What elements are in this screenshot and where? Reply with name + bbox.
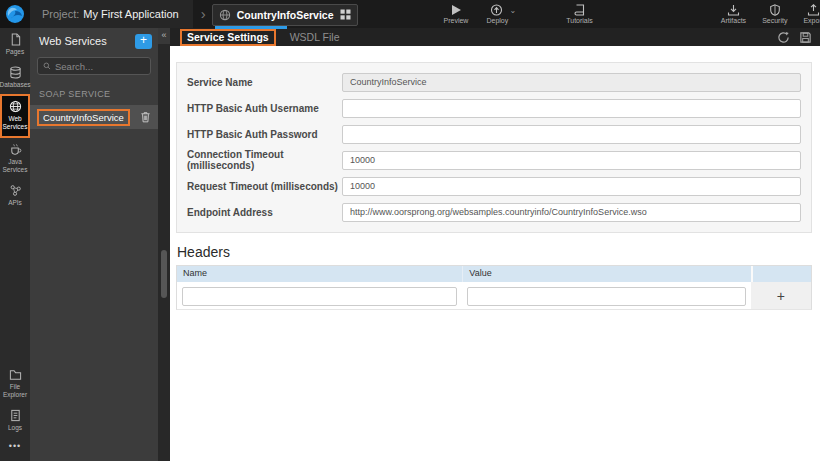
sidebar-item-databases[interactable]: Databases — [0, 61, 30, 94]
tab-service-settings[interactable]: Service Settings — [180, 29, 276, 46]
sidebar-item-logs[interactable]: Logs — [0, 404, 30, 437]
artifacts-button[interactable]: Artifacts — [721, 0, 746, 24]
export-label: Export — [803, 17, 820, 24]
sidebar-label-file-explorer: File Explorer — [0, 383, 30, 399]
service-tab-label: CountryInfoService — [237, 9, 334, 21]
search-icon — [43, 61, 51, 71]
content-tabbar: Service Settings WSDL File — [170, 28, 820, 46]
header-name-input[interactable] — [182, 287, 457, 306]
collapse-panel-button[interactable]: « — [158, 28, 170, 44]
security-button[interactable]: Security — [762, 0, 787, 24]
endpoint-address-label: Endpoint Address — [187, 207, 342, 218]
tab-wsdl-file[interactable]: WSDL File — [290, 31, 340, 43]
auth-password-label: HTTP Basic Auth Password — [187, 129, 342, 140]
sidebar-item-file-explorer[interactable]: File Explorer — [0, 363, 30, 404]
play-icon — [450, 4, 462, 16]
add-header-button[interactable]: + — [777, 289, 785, 303]
form-row-service-name: Service Name — [187, 72, 801, 92]
service-list-item[interactable]: CountryInfoService — [30, 105, 158, 129]
refresh-icon[interactable] — [777, 31, 790, 44]
endpoint-address-input[interactable] — [342, 203, 801, 222]
header-column-name: Name — [177, 266, 462, 282]
globe-icon — [219, 9, 231, 21]
panel-header: Web Services + — [30, 28, 158, 54]
service-item-label[interactable]: CountryInfoService — [37, 109, 130, 126]
sidebar-label-databases: Databases — [0, 81, 31, 89]
left-sidebar: Pages Databases Web Services Java Servic… — [0, 28, 30, 461]
panel-scrollbar[interactable] — [161, 250, 167, 298]
sidebar-more-button[interactable]: ••• — [0, 437, 30, 455]
project-breadcrumb[interactable]: Project: My First Application — [30, 0, 193, 28]
download-icon — [727, 4, 740, 16]
form-row-auth-username: HTTP Basic Auth Username — [187, 98, 801, 118]
top-bar: Project: My First Application › CountryI… — [0, 0, 820, 28]
export-button[interactable]: ⌄ Export — [803, 0, 820, 24]
breadcrumb-chevron-icon: › — [201, 5, 206, 22]
sidebar-item-web-services[interactable]: Web Services — [0, 94, 30, 137]
deploy-caret-icon: ⌄ — [510, 6, 517, 15]
sidebar-label-java-services: Java Services — [0, 158, 30, 174]
auth-username-input[interactable] — [342, 99, 801, 118]
topbar-actions: Preview ⌄ Deploy Tutorials Artifacts — [358, 0, 820, 28]
sidebar-label-apis: APIs — [8, 199, 22, 207]
tutorials-button[interactable]: Tutorials — [566, 0, 593, 24]
tabbar-actions — [777, 31, 812, 44]
search-input[interactable] — [55, 61, 145, 72]
sidebar-label-pages: Pages — [6, 48, 24, 56]
add-service-button[interactable]: + — [135, 34, 152, 49]
cloud-upload-icon — [490, 4, 504, 16]
header-column-actions — [751, 266, 811, 282]
headers-table: Name Value + — [176, 265, 812, 310]
project-label: Project: — [42, 8, 79, 20]
header-value-input[interactable] — [467, 287, 745, 306]
wavemaker-logo-icon — [5, 4, 25, 24]
upload-icon — [807, 4, 820, 16]
service-search[interactable] — [37, 57, 151, 75]
form-row-request-timeout: Request Timeout (milliseconds) — [187, 176, 801, 196]
grid-icon[interactable] — [340, 9, 351, 20]
form-row-endpoint-address: Endpoint Address — [187, 202, 801, 222]
book-icon — [574, 4, 586, 16]
sidebar-item-java-services[interactable]: Java Services — [0, 138, 30, 179]
sidebar-bottom: File Explorer Logs ••• — [0, 363, 30, 455]
service-name-input — [342, 73, 801, 92]
log-file-icon — [9, 409, 22, 422]
header-column-value: Value — [462, 266, 750, 282]
sidebar-label-web-services: Web Services — [2, 115, 28, 131]
headers-table-head: Name Value — [177, 266, 811, 282]
headers-section-title: Headers — [177, 244, 812, 260]
globe-icon — [9, 100, 22, 113]
coffee-icon — [9, 143, 22, 156]
preview-label: Preview — [444, 17, 469, 24]
security-label: Security — [762, 17, 787, 24]
request-timeout-label: Request Timeout (milliseconds) — [187, 181, 342, 192]
preview-button[interactable]: Preview — [444, 0, 469, 24]
connection-timeout-input[interactable] — [342, 151, 801, 170]
connection-timeout-label: Connection Timeout (milliseconds) — [187, 149, 342, 171]
project-name: My First Application — [83, 8, 178, 20]
artifacts-label: Artifacts — [721, 17, 746, 24]
tutorials-label: Tutorials — [566, 17, 593, 24]
deploy-button[interactable]: ⌄ Deploy — [486, 0, 508, 24]
shield-icon — [769, 4, 781, 16]
main-content: Service Settings WSDL File Service Name … — [170, 28, 820, 461]
service-settings-form: Service Name HTTP Basic Auth Username HT… — [176, 62, 812, 233]
app-logo[interactable] — [0, 0, 30, 28]
folder-icon — [9, 368, 22, 381]
open-service-tab[interactable]: CountryInfoService — [212, 4, 358, 26]
request-timeout-input[interactable] — [342, 177, 801, 196]
deploy-label: Deploy — [486, 17, 508, 24]
panel-collapse-strip: « — [158, 28, 170, 461]
page-icon — [9, 33, 22, 46]
auth-password-input[interactable] — [342, 125, 801, 144]
sidebar-item-apis[interactable]: APIs — [0, 179, 30, 212]
service-name-label: Service Name — [187, 77, 342, 88]
delete-icon[interactable] — [140, 111, 151, 123]
panel-title: Web Services — [39, 35, 135, 47]
soap-service-section-label: SOAP SERVICE — [30, 81, 158, 105]
web-services-panel: Web Services + SOAP SERVICE CountryInfoS… — [30, 28, 158, 461]
save-icon[interactable] — [799, 31, 812, 44]
headers-table-row: + — [177, 282, 811, 309]
sidebar-item-pages[interactable]: Pages — [0, 28, 30, 61]
sidebar-label-logs: Logs — [8, 424, 22, 432]
